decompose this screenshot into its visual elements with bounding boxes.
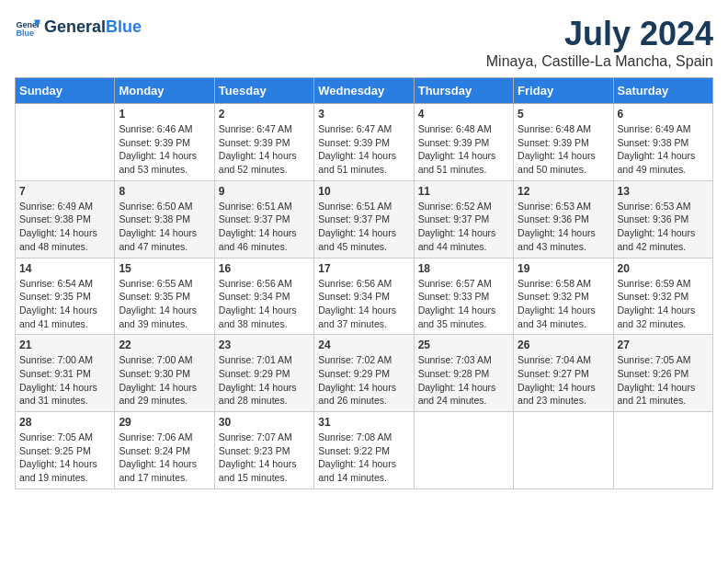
calendar-cell: 12Sunrise: 6:53 AM Sunset: 9:36 PM Dayli…	[514, 180, 613, 258]
calendar-header: SundayMondayTuesdayWednesdayThursdayFrid…	[16, 78, 713, 104]
calendar-cell: 7Sunrise: 6:49 AM Sunset: 9:38 PM Daylig…	[16, 180, 115, 258]
day-number: 23	[219, 339, 310, 351]
day-number: 11	[418, 185, 509, 198]
title-area: July 2024 Minaya, Castille-La Mancha, Sp…	[486, 15, 713, 70]
day-number: 17	[318, 262, 409, 275]
cell-content: Sunrise: 7:01 AM Sunset: 9:29 PM Dayligh…	[219, 353, 310, 408]
cell-content: Sunrise: 7:00 AM Sunset: 9:30 PM Dayligh…	[119, 353, 210, 408]
logo: General Blue GeneralBlue	[15, 15, 142, 40]
cell-content: Sunrise: 6:59 AM Sunset: 9:32 PM Dayligh…	[618, 277, 709, 331]
day-number: 20	[618, 262, 709, 275]
header-cell-sunday: Sunday	[16, 78, 115, 104]
calendar-cell: 27Sunrise: 7:05 AM Sunset: 9:26 PM Dayli…	[613, 335, 712, 412]
day-number: 21	[19, 339, 110, 351]
calendar-cell: 24Sunrise: 7:02 AM Sunset: 9:29 PM Dayli…	[314, 335, 414, 412]
day-number: 8	[119, 185, 210, 198]
calendar-cell: 23Sunrise: 7:01 AM Sunset: 9:29 PM Dayli…	[214, 335, 313, 412]
calendar-cell: 18Sunrise: 6:57 AM Sunset: 9:33 PM Dayli…	[414, 258, 513, 335]
month-title: July 2024	[486, 15, 713, 53]
calendar-cell: 26Sunrise: 7:04 AM Sunset: 9:27 PM Dayli…	[514, 335, 613, 412]
header-cell-wednesday: Wednesday	[314, 78, 414, 104]
cell-content: Sunrise: 7:05 AM Sunset: 9:25 PM Dayligh…	[19, 431, 110, 485]
cell-content: Sunrise: 7:03 AM Sunset: 9:28 PM Dayligh…	[418, 353, 509, 408]
calendar-cell: 21Sunrise: 7:00 AM Sunset: 9:31 PM Dayli…	[16, 335, 115, 412]
calendar-cell: 17Sunrise: 6:56 AM Sunset: 9:34 PM Dayli…	[314, 258, 414, 335]
day-number: 19	[518, 262, 609, 275]
header-cell-tuesday: Tuesday	[214, 78, 313, 104]
calendar-cell: 3Sunrise: 6:47 AM Sunset: 9:39 PM Daylig…	[314, 104, 414, 181]
calendar-cell: 19Sunrise: 6:58 AM Sunset: 9:32 PM Dayli…	[514, 258, 613, 335]
cell-content: Sunrise: 6:56 AM Sunset: 9:34 PM Dayligh…	[219, 277, 310, 331]
calendar-week-1: 7Sunrise: 6:49 AM Sunset: 9:38 PM Daylig…	[16, 180, 713, 258]
calendar-cell: 4Sunrise: 6:48 AM Sunset: 9:39 PM Daylig…	[414, 104, 513, 181]
day-number: 14	[19, 262, 110, 275]
calendar-cell: 14Sunrise: 6:54 AM Sunset: 9:35 PM Dayli…	[16, 258, 115, 335]
cell-content: Sunrise: 6:53 AM Sunset: 9:36 PM Dayligh…	[618, 200, 709, 254]
svg-text:Blue: Blue	[16, 29, 34, 38]
cell-content: Sunrise: 7:00 AM Sunset: 9:31 PM Dayligh…	[19, 353, 110, 408]
calendar-cell: 22Sunrise: 7:00 AM Sunset: 9:30 PM Dayli…	[115, 335, 214, 412]
calendar-cell: 16Sunrise: 6:56 AM Sunset: 9:34 PM Dayli…	[214, 258, 313, 335]
calendar-cell: 13Sunrise: 6:53 AM Sunset: 9:36 PM Dayli…	[613, 180, 712, 258]
calendar-cell: 31Sunrise: 7:08 AM Sunset: 9:22 PM Dayli…	[314, 412, 414, 489]
cell-content: Sunrise: 7:08 AM Sunset: 9:22 PM Dayligh…	[318, 431, 409, 485]
cell-content: Sunrise: 6:49 AM Sunset: 9:38 PM Dayligh…	[618, 122, 709, 177]
cell-content: Sunrise: 6:57 AM Sunset: 9:33 PM Dayligh…	[418, 277, 509, 331]
calendar-cell: 2Sunrise: 6:47 AM Sunset: 9:39 PM Daylig…	[214, 104, 313, 181]
day-number: 9	[219, 185, 310, 198]
calendar-cell: 29Sunrise: 7:06 AM Sunset: 9:24 PM Dayli…	[115, 412, 214, 489]
day-number: 7	[19, 185, 110, 198]
cell-content: Sunrise: 6:55 AM Sunset: 9:35 PM Dayligh…	[119, 277, 210, 331]
cell-content: Sunrise: 6:47 AM Sunset: 9:39 PM Dayligh…	[219, 122, 310, 177]
header-cell-monday: Monday	[115, 78, 214, 104]
logo-wordmark: GeneralBlue	[44, 18, 142, 37]
cell-content: Sunrise: 6:46 AM Sunset: 9:39 PM Dayligh…	[119, 122, 210, 177]
calendar-cell	[414, 412, 513, 489]
calendar-cell: 15Sunrise: 6:55 AM Sunset: 9:35 PM Dayli…	[115, 258, 214, 335]
calendar-cell	[514, 412, 613, 489]
cell-content: Sunrise: 6:52 AM Sunset: 9:37 PM Dayligh…	[418, 200, 509, 254]
day-number: 6	[618, 108, 709, 121]
calendar-cell: 25Sunrise: 7:03 AM Sunset: 9:28 PM Dayli…	[414, 335, 513, 412]
calendar-cell: 30Sunrise: 7:07 AM Sunset: 9:23 PM Dayli…	[214, 412, 313, 489]
day-number: 3	[318, 108, 409, 121]
header-cell-saturday: Saturday	[613, 78, 712, 104]
cell-content: Sunrise: 6:49 AM Sunset: 9:38 PM Dayligh…	[19, 200, 110, 254]
calendar-cell: 6Sunrise: 6:49 AM Sunset: 9:38 PM Daylig…	[613, 104, 712, 181]
calendar-cell	[613, 412, 712, 489]
header: General Blue GeneralBlue July 2024 Minay…	[15, 15, 713, 70]
cell-content: Sunrise: 6:58 AM Sunset: 9:32 PM Dayligh…	[518, 277, 609, 331]
calendar-cell: 11Sunrise: 6:52 AM Sunset: 9:37 PM Dayli…	[414, 180, 513, 258]
calendar-week-3: 21Sunrise: 7:00 AM Sunset: 9:31 PM Dayli…	[16, 335, 713, 412]
cell-content: Sunrise: 6:48 AM Sunset: 9:39 PM Dayligh…	[518, 122, 609, 177]
calendar-cell: 9Sunrise: 6:51 AM Sunset: 9:37 PM Daylig…	[214, 180, 313, 258]
day-number: 30	[219, 416, 310, 429]
calendar-week-4: 28Sunrise: 7:05 AM Sunset: 9:25 PM Dayli…	[16, 412, 713, 489]
calendar-cell: 1Sunrise: 6:46 AM Sunset: 9:39 PM Daylig…	[115, 104, 214, 181]
calendar-cell: 8Sunrise: 6:50 AM Sunset: 9:38 PM Daylig…	[115, 180, 214, 258]
day-number: 12	[518, 185, 609, 198]
cell-content: Sunrise: 6:51 AM Sunset: 9:37 PM Dayligh…	[219, 200, 310, 254]
day-number: 29	[119, 416, 210, 429]
calendar-week-0: 1Sunrise: 6:46 AM Sunset: 9:39 PM Daylig…	[16, 104, 713, 181]
cell-content: Sunrise: 6:56 AM Sunset: 9:34 PM Dayligh…	[318, 277, 409, 331]
cell-content: Sunrise: 6:50 AM Sunset: 9:38 PM Dayligh…	[119, 200, 210, 254]
cell-content: Sunrise: 6:53 AM Sunset: 9:36 PM Dayligh…	[518, 200, 609, 254]
day-number: 26	[518, 339, 609, 351]
cell-content: Sunrise: 7:05 AM Sunset: 9:26 PM Dayligh…	[618, 353, 709, 408]
header-cell-thursday: Thursday	[414, 78, 513, 104]
day-number: 28	[19, 416, 110, 429]
logo-general: General	[44, 17, 106, 36]
logo-blue: Blue	[106, 17, 142, 36]
calendar-cell: 10Sunrise: 6:51 AM Sunset: 9:37 PM Dayli…	[314, 180, 414, 258]
day-number: 1	[119, 108, 210, 121]
day-number: 5	[518, 108, 609, 121]
day-number: 27	[618, 339, 709, 351]
day-number: 15	[119, 262, 210, 275]
calendar-cell: 20Sunrise: 6:59 AM Sunset: 9:32 PM Dayli…	[613, 258, 712, 335]
location-title: Minaya, Castille-La Mancha, Spain	[486, 53, 713, 70]
day-number: 2	[219, 108, 310, 121]
day-number: 4	[418, 108, 509, 121]
calendar-table: SundayMondayTuesdayWednesdayThursdayFrid…	[15, 77, 713, 489]
day-number: 16	[219, 262, 310, 275]
